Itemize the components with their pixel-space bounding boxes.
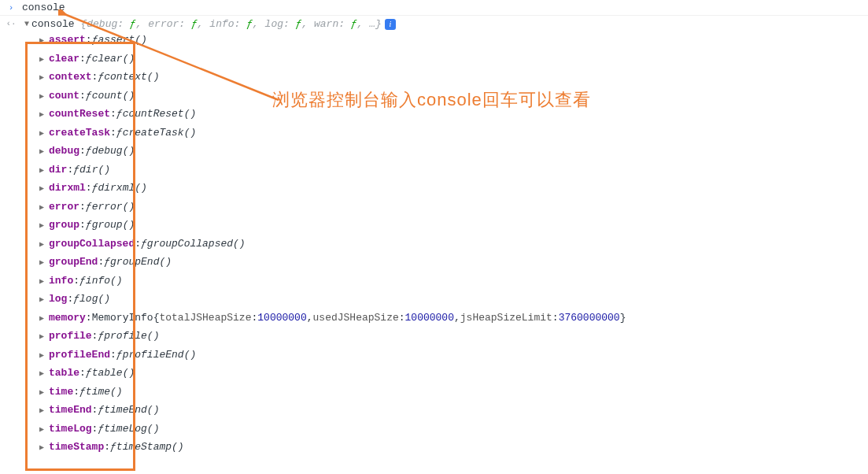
function-call: debug(): [92, 143, 135, 159]
property-row[interactable]: ▶profileEnd: ƒ profileEnd(): [22, 346, 868, 365]
property-name: clear: [49, 51, 79, 67]
property-name: dir: [49, 162, 67, 178]
input-prompt-icon: ›: [3, 2, 19, 13]
expand-icon[interactable]: ▶: [39, 257, 49, 268]
function-call: dirxml(): [98, 180, 146, 196]
console-input-line: › console: [0, 0, 868, 16]
expand-icon[interactable]: ▶: [39, 442, 49, 454]
function-marker: ƒ: [104, 254, 110, 270]
property-row[interactable]: ▶info: ƒ info(): [22, 272, 868, 291]
expand-icon[interactable]: ▶: [39, 35, 49, 46]
property-name: time: [49, 384, 73, 400]
function-call: group(): [92, 217, 135, 233]
function-marker: ƒ: [110, 439, 116, 455]
property-name: log: [49, 291, 67, 307]
function-marker: ƒ: [116, 125, 123, 141]
function-call: countReset(): [123, 106, 197, 122]
function-marker: ƒ: [86, 88, 92, 104]
property-name: groupCollapsed: [49, 236, 135, 252]
property-row[interactable]: ▶debug: ƒ debug(): [22, 142, 868, 161]
function-marker: ƒ: [79, 273, 86, 289]
expand-icon[interactable]: ▶: [39, 350, 49, 361]
property-row[interactable]: ▶createTask: ƒ createTask(): [22, 124, 868, 143]
property-name: group: [49, 217, 79, 233]
expand-icon[interactable]: ▶: [39, 405, 49, 417]
property-row[interactable]: ▶table: ƒ table(): [22, 364, 868, 383]
expand-icon[interactable]: ▶: [39, 165, 49, 176]
property-row[interactable]: ▶dirxml: ƒ dirxml(): [22, 179, 868, 198]
info-badge-icon[interactable]: i: [385, 19, 396, 30]
function-call: assert(): [98, 32, 146, 48]
function-call: context(): [104, 69, 159, 85]
property-row[interactable]: ▶group: ƒ group(): [22, 216, 868, 235]
function-marker: ƒ: [73, 291, 79, 307]
expand-icon[interactable]: ▶: [39, 239, 49, 250]
function-call: profile(): [104, 328, 159, 344]
property-row[interactable]: ▶profile: ƒ profile(): [22, 327, 868, 346]
property-row[interactable]: ▶log: ƒ log(): [22, 290, 868, 309]
expand-icon[interactable]: ▶: [39, 202, 49, 213]
function-call: error(): [92, 199, 135, 215]
property-name: groupEnd: [49, 254, 98, 270]
property-name: timeStamp: [49, 439, 104, 455]
property-name: timeLog: [49, 421, 92, 437]
function-marker: ƒ: [92, 32, 98, 48]
property-row[interactable]: ▶time: ƒ time(): [22, 383, 868, 402]
expand-icon[interactable]: ▶: [39, 331, 49, 343]
expand-icon[interactable]: ▶: [39, 183, 49, 194]
expand-toggle-icon[interactable]: ▼: [22, 20, 31, 28]
expand-icon[interactable]: ▶: [39, 146, 49, 157]
function-marker: ƒ: [86, 143, 92, 159]
function-marker: ƒ: [92, 180, 98, 196]
expand-icon[interactable]: ▶: [39, 91, 49, 102]
function-call: time(): [86, 384, 123, 400]
output-prompt-icon: ‹·: [3, 17, 19, 28]
expand-icon[interactable]: ▶: [39, 313, 49, 324]
function-call: timeStamp(): [116, 439, 184, 455]
property-name: assert: [49, 32, 86, 48]
expand-icon[interactable]: ▶: [39, 128, 49, 139]
function-call: groupEnd(): [110, 254, 172, 270]
object-summary-row[interactable]: ▼ console {debug: ƒ, error: ƒ, info: ƒ, …: [22, 17, 868, 31]
function-marker: ƒ: [98, 402, 104, 418]
property-name: count: [49, 88, 79, 104]
property-row[interactable]: ▶context: ƒ context(): [22, 68, 868, 87]
function-call: dir(): [79, 162, 110, 178]
property-row[interactable]: ▶clear: ƒ clear(): [22, 50, 868, 69]
property-row[interactable]: ▶groupCollapsed: ƒ groupCollapsed(): [22, 235, 868, 254]
expand-icon[interactable]: ▶: [39, 109, 49, 120]
property-row[interactable]: ▶countReset: ƒ countReset(): [22, 105, 868, 124]
property-row[interactable]: ▶groupEnd: ƒ groupEnd(): [22, 253, 868, 272]
function-marker: ƒ: [86, 51, 92, 67]
console-output-block: ▼ console {debug: ƒ, error: ƒ, info: ƒ, …: [19, 17, 868, 457]
property-name: countReset: [49, 106, 110, 122]
expand-icon[interactable]: ▶: [39, 294, 49, 306]
property-row[interactable]: ▶assert: ƒ assert(): [22, 31, 868, 50]
property-row[interactable]: ▶dir: ƒ dir(): [22, 161, 868, 180]
function-call: timeLog(): [104, 421, 159, 437]
expand-icon[interactable]: ▶: [39, 276, 49, 287]
property-name: error: [49, 199, 79, 215]
expand-icon[interactable]: ▶: [39, 54, 49, 65]
property-name: debug: [49, 143, 79, 159]
property-row[interactable]: ▶count: ƒ count(): [22, 87, 868, 106]
property-row[interactable]: ▶timeStamp: ƒ timeStamp(): [22, 438, 868, 457]
object-header: console {debug: ƒ, error: ƒ, info: ƒ, lo…: [31, 18, 382, 30]
expand-icon[interactable]: ▶: [39, 387, 49, 398]
function-marker: ƒ: [116, 347, 123, 363]
function-marker: ƒ: [73, 162, 79, 178]
property-row[interactable]: ▶error: ƒ error(): [22, 198, 868, 217]
expand-icon[interactable]: ▶: [39, 424, 49, 435]
expand-icon[interactable]: ▶: [39, 72, 49, 83]
console-command[interactable]: console: [19, 2, 65, 13]
function-call: profileEnd(): [123, 347, 197, 363]
property-row[interactable]: ▶timeEnd: ƒ timeEnd(): [22, 401, 868, 420]
function-call: clear(): [92, 51, 135, 67]
expand-icon[interactable]: ▶: [39, 220, 49, 231]
property-name: memory: [49, 310, 86, 326]
property-row[interactable]: ▶timeLog: ƒ timeLog(): [22, 420, 868, 439]
function-marker: ƒ: [116, 106, 123, 122]
function-marker: ƒ: [86, 365, 92, 381]
property-row[interactable]: ▶memory: MemoryInfo {totalJSHeapSize: 10…: [22, 309, 868, 328]
expand-icon[interactable]: ▶: [39, 368, 49, 380]
